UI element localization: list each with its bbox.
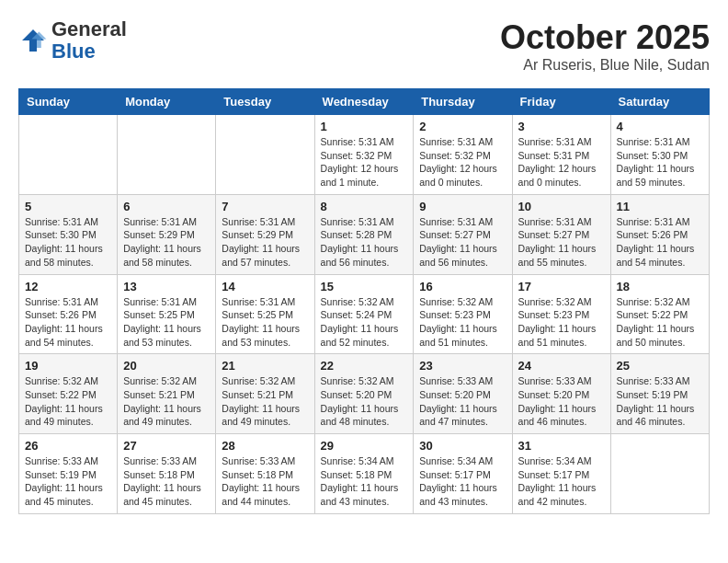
calendar-cell: 8Sunrise: 5:31 AM Sunset: 5:28 PM Daylig…	[314, 194, 414, 274]
calendar-week-4: 19Sunrise: 5:32 AM Sunset: 5:22 PM Dayli…	[19, 354, 710, 434]
day-number: 4	[617, 120, 703, 133]
calendar-cell: 24Sunrise: 5:33 AM Sunset: 5:20 PM Dayli…	[512, 354, 610, 434]
day-number: 16	[419, 280, 506, 293]
day-info: Sunrise: 5:32 AM Sunset: 5:20 PM Dayligh…	[321, 374, 408, 429]
day-info: Sunrise: 5:32 AM Sunset: 5:23 PM Dayligh…	[419, 295, 506, 350]
day-info: Sunrise: 5:31 AM Sunset: 5:32 PM Dayligh…	[419, 135, 506, 190]
calendar-week-2: 5Sunrise: 5:31 AM Sunset: 5:30 PM Daylig…	[19, 194, 710, 274]
calendar-cell: 21Sunrise: 5:32 AM Sunset: 5:21 PM Dayli…	[216, 354, 314, 434]
calendar-cell: 12Sunrise: 5:31 AM Sunset: 5:26 PM Dayli…	[19, 274, 118, 354]
day-info: Sunrise: 5:32 AM Sunset: 5:22 PM Dayligh…	[25, 374, 111, 429]
day-number: 7	[222, 200, 308, 213]
month-title: October 2025	[500, 18, 710, 57]
logo-icon	[18, 26, 48, 55]
day-number: 23	[419, 359, 506, 373]
calendar-cell	[19, 115, 118, 195]
logo: General Blue	[18, 18, 127, 63]
column-header-thursday: Thursday	[414, 89, 512, 115]
day-number: 14	[222, 280, 308, 293]
title-block: October 2025 Ar Ruseris, Blue Nile, Suda…	[500, 18, 710, 74]
calendar-cell: 19Sunrise: 5:32 AM Sunset: 5:22 PM Dayli…	[19, 354, 118, 434]
day-number: 24	[518, 359, 605, 373]
day-number: 31	[518, 439, 605, 453]
day-info: Sunrise: 5:31 AM Sunset: 5:28 PM Dayligh…	[321, 215, 408, 270]
day-number: 29	[321, 439, 408, 453]
day-info: Sunrise: 5:31 AM Sunset: 5:25 PM Dayligh…	[123, 295, 210, 350]
calendar-cell: 10Sunrise: 5:31 AM Sunset: 5:27 PM Dayli…	[512, 194, 610, 274]
day-number: 10	[518, 200, 605, 213]
day-info: Sunrise: 5:33 AM Sunset: 5:20 PM Dayligh…	[518, 374, 605, 429]
calendar-cell: 7Sunrise: 5:31 AM Sunset: 5:29 PM Daylig…	[216, 194, 314, 274]
day-number: 26	[25, 439, 111, 453]
calendar-cell: 20Sunrise: 5:32 AM Sunset: 5:21 PM Dayli…	[118, 354, 216, 434]
day-info: Sunrise: 5:34 AM Sunset: 5:17 PM Dayligh…	[419, 454, 506, 509]
day-number: 13	[123, 280, 210, 293]
day-info: Sunrise: 5:33 AM Sunset: 5:19 PM Dayligh…	[617, 374, 703, 429]
day-number: 5	[25, 200, 111, 213]
calendar-cell: 2Sunrise: 5:31 AM Sunset: 5:32 PM Daylig…	[414, 115, 512, 195]
calendar-cell: 4Sunrise: 5:31 AM Sunset: 5:30 PM Daylig…	[610, 115, 709, 195]
day-number: 18	[617, 280, 703, 293]
day-number: 6	[123, 200, 210, 213]
calendar-cell: 5Sunrise: 5:31 AM Sunset: 5:30 PM Daylig…	[19, 194, 118, 274]
column-header-monday: Monday	[118, 89, 216, 115]
day-number: 1	[321, 120, 408, 133]
column-header-sunday: Sunday	[19, 89, 118, 115]
day-info: Sunrise: 5:31 AM Sunset: 5:29 PM Dayligh…	[222, 215, 308, 270]
calendar-week-5: 26Sunrise: 5:33 AM Sunset: 5:19 PM Dayli…	[19, 434, 710, 514]
day-info: Sunrise: 5:31 AM Sunset: 5:27 PM Dayligh…	[518, 215, 605, 270]
calendar-table: SundayMondayTuesdayWednesdayThursdayFrid…	[18, 88, 710, 514]
day-info: Sunrise: 5:31 AM Sunset: 5:27 PM Dayligh…	[419, 215, 506, 270]
day-info: Sunrise: 5:32 AM Sunset: 5:22 PM Dayligh…	[617, 295, 703, 350]
column-header-wednesday: Wednesday	[314, 89, 414, 115]
column-header-friday: Friday	[512, 89, 610, 115]
calendar-cell: 9Sunrise: 5:31 AM Sunset: 5:27 PM Daylig…	[414, 194, 512, 274]
calendar-cell: 17Sunrise: 5:32 AM Sunset: 5:23 PM Dayli…	[512, 274, 610, 354]
calendar-cell: 30Sunrise: 5:34 AM Sunset: 5:17 PM Dayli…	[414, 434, 512, 514]
calendar-cell: 11Sunrise: 5:31 AM Sunset: 5:26 PM Dayli…	[610, 194, 709, 274]
day-number: 22	[321, 359, 408, 373]
calendar-cell: 23Sunrise: 5:33 AM Sunset: 5:20 PM Dayli…	[414, 354, 512, 434]
calendar-cell: 22Sunrise: 5:32 AM Sunset: 5:20 PM Dayli…	[314, 354, 414, 434]
day-number: 11	[617, 200, 703, 213]
day-number: 8	[321, 200, 408, 213]
calendar-cell	[118, 115, 216, 195]
day-info: Sunrise: 5:34 AM Sunset: 5:18 PM Dayligh…	[321, 454, 408, 509]
day-number: 30	[419, 439, 506, 453]
calendar-cell: 25Sunrise: 5:33 AM Sunset: 5:19 PM Dayli…	[610, 354, 709, 434]
day-number: 20	[123, 359, 210, 373]
day-info: Sunrise: 5:32 AM Sunset: 5:24 PM Dayligh…	[321, 295, 408, 350]
day-number: 21	[222, 359, 308, 373]
calendar-cell: 27Sunrise: 5:33 AM Sunset: 5:18 PM Dayli…	[118, 434, 216, 514]
calendar-week-1: 1Sunrise: 5:31 AM Sunset: 5:32 PM Daylig…	[19, 115, 710, 195]
column-header-tuesday: Tuesday	[216, 89, 314, 115]
day-number: 12	[25, 280, 111, 293]
calendar-cell	[216, 115, 314, 195]
location-subtitle: Ar Ruseris, Blue Nile, Sudan	[500, 57, 710, 74]
day-info: Sunrise: 5:32 AM Sunset: 5:23 PM Dayligh…	[518, 295, 605, 350]
calendar-cell: 29Sunrise: 5:34 AM Sunset: 5:18 PM Dayli…	[314, 434, 414, 514]
calendar-week-3: 12Sunrise: 5:31 AM Sunset: 5:26 PM Dayli…	[19, 274, 710, 354]
calendar-cell: 1Sunrise: 5:31 AM Sunset: 5:32 PM Daylig…	[314, 115, 414, 195]
day-info: Sunrise: 5:31 AM Sunset: 5:32 PM Dayligh…	[321, 135, 408, 190]
calendar-cell	[610, 434, 709, 514]
logo-blue-text: Blue	[51, 40, 96, 63]
calendar-header-row: SundayMondayTuesdayWednesdayThursdayFrid…	[19, 89, 710, 115]
day-info: Sunrise: 5:31 AM Sunset: 5:30 PM Dayligh…	[25, 215, 111, 270]
day-number: 3	[518, 120, 605, 133]
day-info: Sunrise: 5:31 AM Sunset: 5:30 PM Dayligh…	[617, 135, 703, 190]
day-info: Sunrise: 5:33 AM Sunset: 5:18 PM Dayligh…	[222, 454, 308, 509]
day-info: Sunrise: 5:31 AM Sunset: 5:26 PM Dayligh…	[617, 215, 703, 270]
calendar-cell: 18Sunrise: 5:32 AM Sunset: 5:22 PM Dayli…	[610, 274, 709, 354]
calendar-cell: 14Sunrise: 5:31 AM Sunset: 5:25 PM Dayli…	[216, 274, 314, 354]
day-number: 15	[321, 280, 408, 293]
day-info: Sunrise: 5:31 AM Sunset: 5:26 PM Dayligh…	[25, 295, 111, 350]
day-number: 19	[25, 359, 111, 373]
page-header: General Blue October 2025 Ar Ruseris, Bl…	[18, 18, 710, 74]
day-info: Sunrise: 5:32 AM Sunset: 5:21 PM Dayligh…	[123, 374, 210, 429]
day-info: Sunrise: 5:33 AM Sunset: 5:20 PM Dayligh…	[419, 374, 506, 429]
day-number: 25	[617, 359, 703, 373]
day-number: 2	[419, 120, 506, 133]
calendar-cell: 26Sunrise: 5:33 AM Sunset: 5:19 PM Dayli…	[19, 434, 118, 514]
calendar-cell: 28Sunrise: 5:33 AM Sunset: 5:18 PM Dayli…	[216, 434, 314, 514]
